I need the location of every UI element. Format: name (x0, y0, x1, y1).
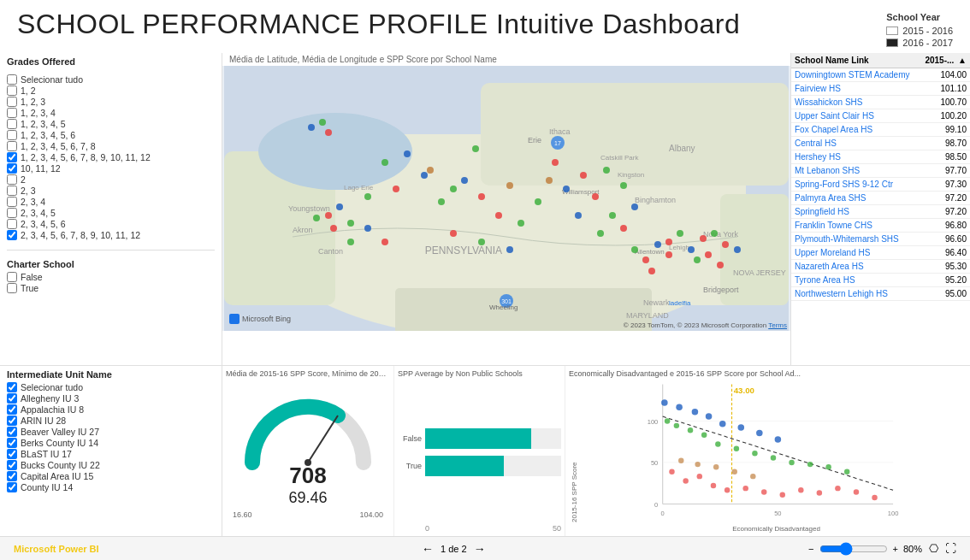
grades-filter-item-0[interactable]: Selecionar tudo (7, 74, 215, 85)
charter-filter-item-0[interactable]: False (7, 272, 215, 282)
iu-checkbox-1[interactable] (7, 393, 17, 404)
school-name-4[interactable]: Fox Chapel Area HS (795, 125, 932, 134)
iu-checkbox-2[interactable] (7, 404, 17, 415)
iu-checkbox-6[interactable] (7, 449, 17, 459)
school-name-1[interactable]: Fairview HS (795, 84, 932, 93)
grades-checkbox-3[interactable] (7, 108, 17, 118)
table-row-2[interactable]: Wissahickon SHS100.70 (791, 96, 970, 109)
table-row-3[interactable]: Upper Saint Clair HS100.20 (791, 109, 970, 123)
grades-filter-item-3[interactable]: 1, 2, 3, 4 (7, 108, 215, 118)
grades-filter-item-10[interactable]: 2, 3 (7, 186, 215, 196)
school-name-9[interactable]: Palmyra Area SHS (795, 193, 932, 203)
grades-filter-item-5[interactable]: 1, 2, 3, 4, 5, 6 (7, 130, 215, 140)
school-name-14[interactable]: Nazareth Area HS (795, 262, 932, 271)
grades-checkbox-10[interactable] (7, 186, 17, 196)
charter-filter-item-1[interactable]: True (7, 283, 215, 293)
table-row-10[interactable]: Springfield HS97.20 (791, 205, 970, 219)
grades-filter-item-9[interactable]: 2 (7, 174, 215, 185)
school-name-10[interactable]: Springfield HS (795, 207, 932, 216)
grades-checkbox-13[interactable] (7, 219, 17, 229)
share-icon[interactable]: ⎔ (929, 542, 938, 555)
school-name-5[interactable]: Central HS (795, 139, 932, 148)
table-sort-icon[interactable]: ▲ (958, 56, 967, 65)
table-row-0[interactable]: Downingtown STEM Academy104.00 (791, 68, 970, 82)
school-name-6[interactable]: Hershey HS (795, 152, 932, 162)
table-row-12[interactable]: Plymouth-Whitemarsh SHS96.60 (791, 233, 970, 246)
school-name-15[interactable]: Tyrone Area HS (795, 275, 932, 285)
school-name-12[interactable]: Plymouth-Whitemarsh SHS (795, 234, 932, 244)
table-body[interactable]: Downingtown STEM Academy104.00Fairview H… (791, 68, 970, 365)
iu-checkbox-3[interactable] (7, 416, 17, 426)
grades-filter-item-2[interactable]: 1, 2, 3 (7, 97, 215, 107)
grades-filter-item-11[interactable]: 2, 3, 4 (7, 197, 215, 207)
table-row-15[interactable]: Tyrone Area HS95.20 (791, 274, 970, 287)
table-row-14[interactable]: Nazareth Area HS95.30 (791, 260, 970, 274)
iu-filter-item-7[interactable]: Bucks County IU 22 (7, 460, 215, 470)
school-name-13[interactable]: Upper Moreland HS (795, 248, 932, 257)
fullscreen-icon[interactable]: ⛶ (945, 542, 956, 555)
iu-checkbox-4[interactable] (7, 427, 17, 437)
school-name-7[interactable]: Mt Lebanon SHS (795, 166, 932, 175)
iu-checkbox-9[interactable] (7, 482, 17, 492)
iu-checkbox-0[interactable] (7, 382, 17, 392)
table-row-9[interactable]: Palmyra Area SHS97.20 (791, 192, 970, 205)
school-name-8[interactable]: Spring-Ford SHS 9-12 Ctr (795, 180, 932, 189)
zoom-slider[interactable] (819, 542, 888, 556)
grades-checkbox-4[interactable] (7, 119, 17, 129)
table-row-13[interactable]: Upper Moreland HS96.40 (791, 246, 970, 260)
grades-checkbox-8[interactable] (7, 163, 17, 174)
table-row-6[interactable]: Hershey HS98.50 (791, 150, 970, 164)
table-row-16[interactable]: Northwestern Lehigh HS95.00 (791, 287, 970, 301)
grades-checkbox-12[interactable] (7, 208, 17, 218)
grades-checkbox-5[interactable] (7, 130, 17, 140)
iu-filter-item-5[interactable]: Berks County IU 14 (7, 438, 215, 448)
grades-checkbox-6[interactable] (7, 141, 17, 151)
iu-filter-item-3[interactable]: ARIN IU 28 (7, 416, 215, 426)
grades-filter-item-8[interactable]: 10, 11, 12 (7, 163, 215, 174)
grades-filter-item-12[interactable]: 2, 3, 4, 5 (7, 208, 215, 218)
table-row-11[interactable]: Franklin Towne CHS96.80 (791, 219, 970, 233)
grades-checkbox-2[interactable] (7, 97, 17, 107)
iu-filter-item-9[interactable]: County IU 14 (7, 482, 215, 492)
powerbi-link[interactable]: Microsoft Power BI (14, 544, 99, 554)
grades-filter-item-6[interactable]: 1, 2, 3, 4, 5, 6, 7, 8 (7, 141, 215, 151)
charter-checkbox-0[interactable] (7, 272, 17, 282)
zoom-in-button[interactable]: + (893, 544, 898, 554)
iu-filter-item-2[interactable]: Appalachia IU 8 (7, 404, 215, 415)
iu-checkbox-5[interactable] (7, 438, 17, 448)
grades-filter-item-14[interactable]: 2, 3, 4, 5, 6, 7, 8, 9, 10, 11, 12 (7, 230, 215, 240)
table-row-4[interactable]: Fox Chapel Area HS99.10 (791, 123, 970, 137)
gauge-label: Média de 2015-16 SPP Score, Mínimo de 20… (226, 369, 390, 378)
zoom-out-button[interactable]: − (808, 544, 813, 554)
grades-checkbox-11[interactable] (7, 197, 17, 207)
iu-checkbox-8[interactable] (7, 471, 17, 481)
grades-filter-item-4[interactable]: 1, 2, 3, 4, 5 (7, 119, 215, 129)
iu-filter-item-0[interactable]: Selecionar tudo (7, 382, 215, 392)
table-row-5[interactable]: Central HS98.70 (791, 137, 970, 150)
grades-filter-item-13[interactable]: 2, 3, 4, 5, 6 (7, 219, 215, 229)
iu-filter-item-1[interactable]: Allegheny IU 3 (7, 393, 215, 404)
grades-checkbox-0[interactable] (7, 74, 17, 85)
school-name-2[interactable]: Wissahickon SHS (795, 97, 932, 107)
grades-filter-item-7[interactable]: 1, 2, 3, 4, 5, 6, 7, 8, 9, 10, 11, 12 (7, 152, 215, 162)
grades-checkbox-7[interactable] (7, 152, 17, 162)
iu-checkbox-7[interactable] (7, 460, 17, 470)
grades-checkbox-1[interactable] (7, 85, 17, 96)
charter-checkbox-1[interactable] (7, 283, 17, 293)
grades-checkbox-9[interactable] (7, 174, 17, 185)
prev-page-button[interactable]: ← (422, 542, 434, 556)
school-name-16[interactable]: Northwestern Lehigh HS (795, 289, 932, 298)
school-name-0[interactable]: Downingtown STEM Academy (795, 70, 932, 80)
map-container[interactable]: PENNSYLVANIA Albany Ithaca Binghamton Ak… (222, 66, 790, 331)
table-row-8[interactable]: Spring-Ford SHS 9-12 Ctr97.30 (791, 178, 970, 192)
school-name-3[interactable]: Upper Saint Clair HS (795, 111, 932, 121)
iu-filter-item-6[interactable]: BLaST IU 17 (7, 449, 215, 459)
table-row-7[interactable]: Mt Lebanon SHS97.70 (791, 164, 970, 178)
school-name-11[interactable]: Franklin Towne CHS (795, 221, 932, 230)
iu-filter-item-8[interactable]: Capital Area IU 15 (7, 471, 215, 481)
next-page-button[interactable]: → (474, 542, 486, 556)
grades-checkbox-14[interactable] (7, 230, 17, 240)
grades-filter-item-1[interactable]: 1, 2 (7, 85, 215, 96)
iu-filter-item-4[interactable]: Beaver Valley IU 27 (7, 427, 215, 437)
table-row-1[interactable]: Fairview HS101.10 (791, 82, 970, 96)
